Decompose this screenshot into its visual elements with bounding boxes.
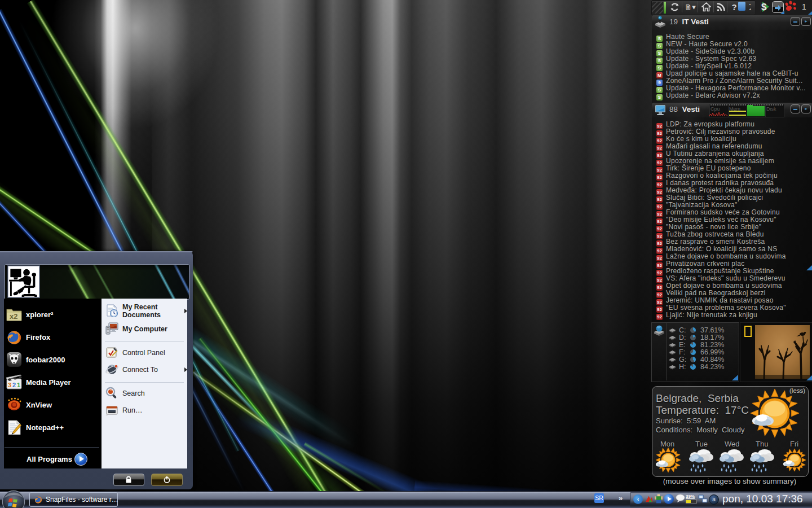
svg-text:$: $ — [761, 2, 767, 12]
svg-text:3: 3 — [8, 382, 11, 388]
svg-text:2: 2 — [12, 382, 16, 388]
svg-text:1: 1 — [17, 382, 20, 388]
svg-text:x2: x2 — [10, 312, 17, 321]
